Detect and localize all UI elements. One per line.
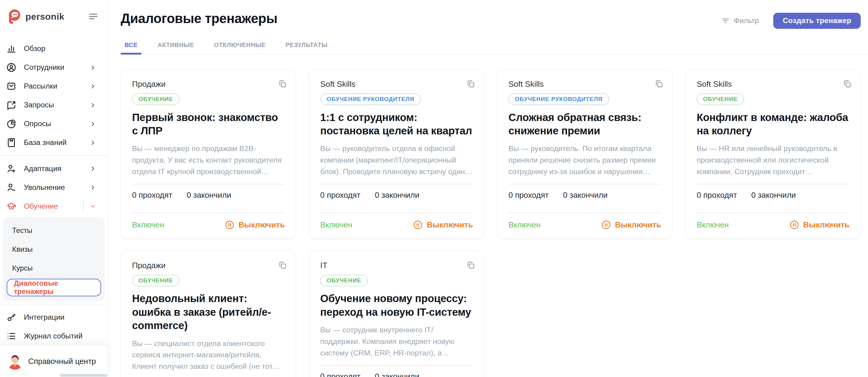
sidebar-subitem-tests[interactable]: Тесты bbox=[3, 221, 105, 240]
trainer-description: Вы — руководитель отдела в офисной компа… bbox=[320, 143, 473, 177]
tab-active[interactable]: АКТИВНЫЕ bbox=[154, 41, 198, 54]
card-category: Soft Skills bbox=[508, 79, 544, 89]
tab-all[interactable]: ВСЕ bbox=[121, 41, 142, 54]
help-center[interactable]: Справочный центр bbox=[0, 346, 108, 377]
trainer-title: Обучение новому процессу: переход на нов… bbox=[320, 292, 473, 319]
copy-icon bbox=[842, 79, 852, 89]
disable-trainer-button[interactable]: Выключить bbox=[789, 220, 849, 230]
filter-icon bbox=[721, 16, 730, 25]
chevron-divider bbox=[83, 200, 84, 212]
hamburger-icon bbox=[88, 11, 99, 22]
chevron-right-icon bbox=[89, 83, 97, 90]
sidebar-item-mailings[interactable]: Рассылки bbox=[0, 77, 108, 96]
stat-finished: 0 закончили bbox=[563, 191, 608, 200]
trainer-card[interactable]: Soft Skills ОБУЧЕНИЕ РУКОВОДИТЕЛЯ Сложна… bbox=[497, 69, 673, 239]
chevron-right-icon bbox=[89, 102, 97, 109]
copy-icon bbox=[466, 79, 476, 89]
sidebar-item-knowledge-base[interactable]: База знаний bbox=[0, 133, 108, 152]
status-enabled: Включен bbox=[320, 220, 352, 230]
chevron-down-icon bbox=[89, 203, 97, 210]
disable-trainer-button[interactable]: Выключить bbox=[413, 220, 473, 230]
page-header: Диалоговые тренажеры Фильтр Создать трен… bbox=[108, 0, 868, 29]
sidebar-item-overview[interactable]: Обзор bbox=[0, 39, 108, 58]
app-window: personik Обзор Сотрудники Рассылки bbox=[0, 0, 868, 377]
tab-disabled[interactable]: ОТКЛЮЧЕННЫЕ bbox=[210, 41, 269, 54]
sidebar-item-adaptation[interactable]: Адаптация bbox=[0, 159, 108, 178]
card-category: IT bbox=[320, 261, 327, 270]
sidebar: personik Обзор Сотрудники Рассылки bbox=[0, 0, 108, 377]
personik-logo-icon bbox=[5, 8, 22, 25]
sidebar-item-offboarding[interactable]: Увольнение bbox=[0, 178, 108, 197]
trainer-stats: 0 проходят 0 закончили bbox=[320, 366, 473, 377]
filter-button[interactable]: Фильтр bbox=[721, 16, 759, 25]
chevron-right-icon bbox=[89, 165, 97, 172]
inbox-icon bbox=[6, 81, 17, 92]
tab-results[interactable]: РЕЗУЛЬТАТЫ bbox=[282, 41, 332, 54]
tabs: ВСЕ АКТИВНЫЕ ОТКЛЮЧЕННЫЕ РЕЗУЛЬТАТЫ bbox=[121, 41, 868, 54]
trainer-type-badge: ОБУЧЕНИЕ bbox=[132, 94, 179, 105]
trainer-description: Вы — сотрудник внутреннего IT/поддержки.… bbox=[320, 324, 473, 358]
trainer-title: Первый звонок: знакомство с ЛПР bbox=[132, 111, 285, 138]
sidebar-subitem-quizzes[interactable]: Квизы bbox=[3, 240, 105, 259]
sidebar-subitem-courses[interactable]: Курсы bbox=[3, 259, 105, 277]
sidebar-item-integrations[interactable]: Интеграции bbox=[0, 308, 108, 327]
horizontal-scrollbar-thumb[interactable] bbox=[60, 374, 107, 377]
duplicate-button[interactable] bbox=[465, 78, 477, 90]
disable-trainer-button[interactable]: Выключить bbox=[225, 220, 285, 230]
copy-icon bbox=[278, 79, 287, 89]
stat-in-progress: 0 проходят bbox=[320, 191, 361, 200]
status-enabled: Включен bbox=[508, 220, 541, 230]
sidebar-collapse-button[interactable] bbox=[87, 10, 100, 23]
sidebar-divider bbox=[0, 304, 108, 305]
trainer-description: Вы — руководитель. По итогам квартала пр… bbox=[508, 143, 661, 177]
trainer-footer: Включен Выключить bbox=[320, 213, 473, 230]
copy-icon bbox=[466, 260, 476, 270]
sidebar-item-employees[interactable]: Сотрудники bbox=[0, 58, 108, 77]
trainer-type-badge: ОБУЧЕНИЕ bbox=[320, 275, 368, 286]
key-icon bbox=[6, 312, 17, 323]
card-category: Продажи bbox=[132, 79, 165, 89]
trainer-stats: 0 проходят 0 закончили bbox=[132, 184, 285, 206]
trainer-title: Сложная обратная связь: снижение премии bbox=[508, 111, 661, 138]
stat-finished: 0 закончили bbox=[751, 191, 796, 200]
trainer-stats: 0 проходят 0 закончили bbox=[320, 184, 473, 206]
main-content: Диалоговые тренажеры Фильтр Создать трен… bbox=[108, 0, 868, 377]
stat-finished: 0 закончили bbox=[375, 191, 420, 200]
duplicate-button[interactable] bbox=[465, 259, 477, 271]
header-actions: Фильтр Создать тренажер bbox=[721, 13, 861, 29]
trainer-stats: 0 проходят 0 закончили bbox=[697, 184, 849, 206]
trainer-footer: Включен Выключить bbox=[697, 213, 849, 230]
trainer-card[interactable]: Soft Skills ОБУЧЕНИЕ РУКОВОДИТЕЛЯ 1:1 с … bbox=[309, 69, 484, 239]
sidebar-menu: Обзор Сотрудники Рассылки Запросы Опросы bbox=[0, 39, 108, 345]
user-circle-icon bbox=[6, 62, 17, 73]
trainer-title: 1:1 с сотрудником: постановка целей на к… bbox=[320, 111, 473, 138]
trainer-card[interactable]: Продажи ОБУЧЕНИЕ Первый звонок: знакомст… bbox=[121, 69, 296, 239]
duplicate-button[interactable] bbox=[277, 259, 289, 271]
list-icon bbox=[6, 331, 17, 342]
duplicate-button[interactable] bbox=[277, 78, 289, 90]
trainer-footer: Включен Выключить bbox=[508, 213, 661, 230]
sidebar-item-surveys[interactable]: Опросы bbox=[0, 114, 108, 133]
book-icon bbox=[6, 137, 17, 148]
trainer-description: Вы — специалист отдела клиентского серви… bbox=[132, 338, 285, 372]
trainer-card[interactable]: Soft Skills ОБУЧЕНИЕ Конфликт в команде:… bbox=[685, 69, 861, 239]
trainer-card[interactable]: IT ОБУЧЕНИЕ Обучение новому процессу: пе… bbox=[309, 250, 484, 377]
trainer-type-badge: ОБУЧЕНИЕ bbox=[132, 275, 179, 286]
trainer-card[interactable]: Продажи ОБУЧЕНИЕ Недовольный клиент: оши… bbox=[121, 250, 296, 377]
trainer-title: Недовольный клиент: ошибка в заказе (рит… bbox=[132, 292, 285, 332]
create-trainer-button[interactable]: Создать тренажер bbox=[773, 13, 861, 29]
disable-trainer-button[interactable]: Выключить bbox=[601, 220, 661, 230]
sidebar-item-requests[interactable]: Запросы bbox=[0, 96, 108, 114]
trainer-type-badge: ОБУЧЕНИЕ bbox=[697, 94, 744, 105]
sidebar-item-event-log[interactable]: Журнал событий bbox=[0, 327, 108, 345]
sidebar-subitem-dialog-trainers[interactable]: Диалоговые тренажеры bbox=[7, 279, 101, 296]
trainer-type-badge: ОБУЧЕНИЕ РУКОВОДИТЕЛЯ bbox=[320, 94, 421, 105]
sidebar-item-training[interactable]: Обучение bbox=[0, 197, 108, 216]
user-plus-icon bbox=[6, 164, 17, 174]
chevron-right-icon bbox=[89, 184, 97, 191]
logo-row: personik bbox=[0, 0, 108, 28]
chevron-right-icon bbox=[89, 121, 97, 128]
duplicate-button[interactable] bbox=[841, 78, 853, 90]
duplicate-button[interactable] bbox=[653, 78, 665, 90]
status-enabled: Включен bbox=[132, 220, 164, 230]
